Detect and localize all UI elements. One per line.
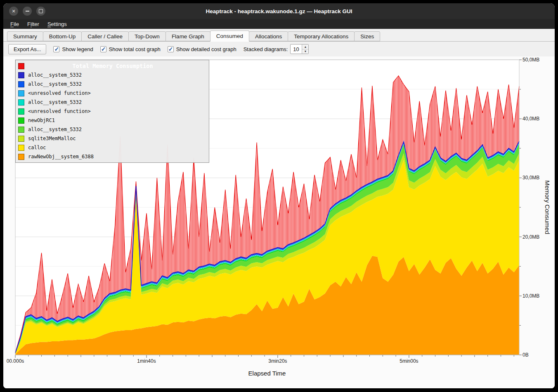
legend-swatch-icon xyxy=(18,63,24,69)
stacked-diagrams-stepper[interactable]: 10 ▲ ▼ xyxy=(290,44,309,54)
legend-title-row: Total Memory Consumption xyxy=(17,61,207,70)
y-tick-label: 10,0MB xyxy=(523,293,539,299)
stacked-diagrams-label: Stacked diagrams: xyxy=(244,46,288,52)
legend-item: sqlite3MemMalloc xyxy=(17,134,207,143)
y-tick-label: 0B xyxy=(523,352,529,358)
legend-item: alloc__system_5332 xyxy=(17,125,207,134)
checkbox-icon xyxy=(168,46,174,52)
toolbar: Export As... Show legend Show total cost… xyxy=(3,42,555,56)
show-legend-checkbox[interactable]: Show legend xyxy=(53,46,93,52)
legend-label: alloc__system_5332 xyxy=(28,81,82,87)
checkbox-icon xyxy=(53,46,59,52)
tab-caller-callee[interactable]: Caller / Callee xyxy=(81,31,129,41)
legend-label: newObjRC1 xyxy=(28,117,55,123)
legend-label: sqlite3MemMalloc xyxy=(28,136,76,141)
heaptrack-window: Heaptrack - heaptrack.wakunode.1.gz — He… xyxy=(3,3,555,388)
stacked-diagrams-value[interactable]: 10 xyxy=(291,45,302,54)
tab-allocations[interactable]: Allocations xyxy=(249,31,288,41)
chart-legend: Total Memory Consumptionalloc__system_53… xyxy=(15,60,209,163)
menu-file[interactable]: File xyxy=(7,20,23,28)
legend-swatch-icon xyxy=(18,127,24,133)
tab-summary[interactable]: Summary xyxy=(7,31,43,41)
spin-buttons: ▲ ▼ xyxy=(302,45,308,54)
legend-item: rawNewObj__system_6388 xyxy=(17,152,207,161)
legend-item: <unresolved function> xyxy=(17,107,207,116)
window-title: Heaptrack - heaptrack.wakunode.1.gz — He… xyxy=(3,8,555,14)
legend-label: calloc xyxy=(28,145,46,150)
legend-item: newObjRC1 xyxy=(17,116,207,125)
y-tick-label: 20,0MB xyxy=(523,234,539,240)
legend-swatch-icon xyxy=(18,81,24,87)
menu-filter[interactable]: Filter xyxy=(24,20,43,28)
maximize-icon[interactable] xyxy=(36,7,45,16)
minimize-icon[interactable] xyxy=(23,7,32,16)
tab-consumed[interactable]: Consumed xyxy=(210,31,249,42)
legend-swatch-icon xyxy=(18,136,24,142)
close-icon[interactable] xyxy=(9,7,18,16)
show-detailed-cost-checkbox[interactable]: Show detailed cost graph xyxy=(168,46,236,52)
tab-bar: Summary Bottom-Up Caller / Callee Top-Do… xyxy=(3,29,555,42)
legend-label: <unresolved function> xyxy=(28,90,91,96)
x-axis-title: Elapsed Time xyxy=(248,370,286,377)
menubar: File Filter Settings xyxy=(3,19,555,29)
legend-item: alloc__system_5332 xyxy=(17,70,207,80)
x-tick-label: 1min40s xyxy=(137,358,156,364)
chevron-up-icon[interactable]: ▲ xyxy=(302,45,308,49)
show-legend-label: Show legend xyxy=(62,46,93,52)
legend-label: Total Memory Consumption xyxy=(72,63,153,69)
show-total-cost-label: Show total cost graph xyxy=(109,46,161,52)
legend-swatch-icon xyxy=(18,108,24,115)
y-tick-label: 50,0MB xyxy=(523,57,539,63)
legend-label: rawNewObj__system_6388 xyxy=(28,154,94,160)
show-total-cost-checkbox[interactable]: Show total cost graph xyxy=(100,46,161,52)
show-detailed-cost-label: Show detailed cost graph xyxy=(176,46,236,52)
legend-label: alloc__system_5332 xyxy=(28,72,82,78)
window-controls xyxy=(9,7,45,16)
y-tick-label: 40,0MB xyxy=(523,116,539,122)
legend-swatch-icon xyxy=(18,72,24,78)
tab-top-down[interactable]: Top-Down xyxy=(128,31,166,41)
tab-bottom-up[interactable]: Bottom-Up xyxy=(43,31,82,41)
legend-label: alloc__system_5332 xyxy=(28,99,82,105)
tab-temporary-allocations[interactable]: Temporary Allocations xyxy=(288,31,355,41)
legend-swatch-icon xyxy=(18,90,24,96)
y-tick-label: 30,0MB xyxy=(523,175,539,181)
titlebar: Heaptrack - heaptrack.wakunode.1.gz — He… xyxy=(3,3,555,19)
memory-consumption-chart[interactable]: Total Memory Consumptionalloc__system_53… xyxy=(15,60,519,355)
chevron-down-icon[interactable]: ▼ xyxy=(302,49,308,54)
legend-item: <unresolved function> xyxy=(17,89,207,98)
chart-area: Total Memory Consumptionalloc__system_53… xyxy=(3,56,555,388)
checkbox-icon xyxy=(100,46,106,52)
legend-label: <unresolved function> xyxy=(28,108,91,114)
menu-settings[interactable]: Settings xyxy=(44,20,71,28)
legend-item: calloc xyxy=(17,143,207,152)
x-tick-label: 3min20s xyxy=(268,358,287,364)
legend-swatch-icon xyxy=(18,154,24,160)
tab-flame-graph[interactable]: Flame Graph xyxy=(166,31,210,41)
legend-swatch-icon xyxy=(18,99,24,106)
legend-swatch-icon xyxy=(18,117,24,124)
x-tick-label: 5min00s xyxy=(400,358,418,364)
x-tick-label: 00.000s xyxy=(7,358,24,364)
export-as-button[interactable]: Export As... xyxy=(8,44,46,54)
legend-item: alloc__system_5332 xyxy=(17,98,207,107)
legend-swatch-icon xyxy=(18,145,24,151)
legend-item: alloc__system_5332 xyxy=(17,80,207,89)
tab-sizes[interactable]: Sizes xyxy=(354,31,380,41)
legend-label: alloc__system_5332 xyxy=(28,127,82,132)
y-axis-title: Memory Consumed xyxy=(544,181,551,235)
